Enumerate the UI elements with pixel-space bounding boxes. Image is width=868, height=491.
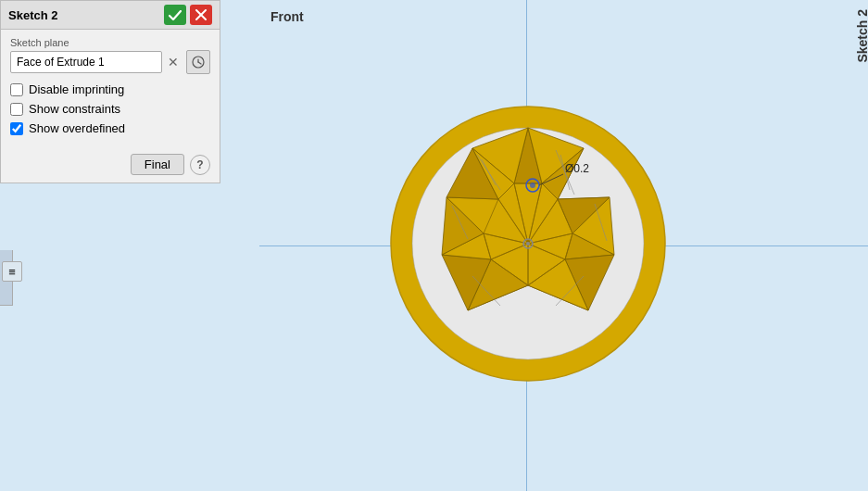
checkmark-icon (169, 10, 182, 20)
list-button[interactable]: ≡ (2, 261, 22, 282)
clock-button[interactable] (186, 50, 210, 74)
svg-point-36 (526, 242, 530, 246)
clear-sketch-plane-button[interactable]: ✕ (166, 55, 181, 69)
show-constraints-checkbox[interactable] (10, 103, 23, 116)
svg-point-38 (530, 183, 535, 188)
svg-text:Ø0.2: Ø0.2 (565, 162, 589, 175)
disable-imprinting-checkbox[interactable] (10, 83, 23, 96)
show-overdefined-row: Show overdefined (10, 121, 210, 135)
sketch-plane-input[interactable] (10, 51, 162, 73)
clock-icon (192, 56, 205, 69)
help-button[interactable]: ? (190, 155, 210, 175)
show-overdefined-label: Show overdefined (29, 121, 125, 135)
disable-imprinting-row: Disable imprinting (10, 82, 210, 96)
cancel-button[interactable] (190, 5, 212, 25)
panel-body: Sketch plane ✕ Disable imprinting Sho (1, 30, 220, 148)
close-icon (195, 9, 207, 20)
panel-footer: Final ? (1, 148, 220, 183)
show-overdefined-checkbox[interactable] (10, 122, 23, 135)
sketch-svg: Ø0.2 (259, 0, 868, 491)
disable-imprinting-label: Disable imprinting (29, 82, 124, 96)
sketch-panel: Sketch 2 Sketch plane ✕ (0, 0, 220, 183)
confirm-button[interactable] (164, 5, 186, 25)
final-button[interactable]: Final (131, 154, 184, 175)
sketch-drawing: Ø0.2 (259, 0, 868, 491)
panel-title: Sketch 2 (8, 8, 57, 22)
sketch-plane-label: Sketch plane (10, 37, 181, 48)
sketch-plane-row: ✕ (10, 51, 181, 73)
show-constraints-label: Show constraints (29, 102, 120, 116)
panel-header: Sketch 2 (1, 1, 220, 30)
svg-line-45 (198, 62, 201, 64)
panel-header-buttons (164, 5, 212, 25)
show-constraints-row: Show constraints (10, 102, 210, 116)
